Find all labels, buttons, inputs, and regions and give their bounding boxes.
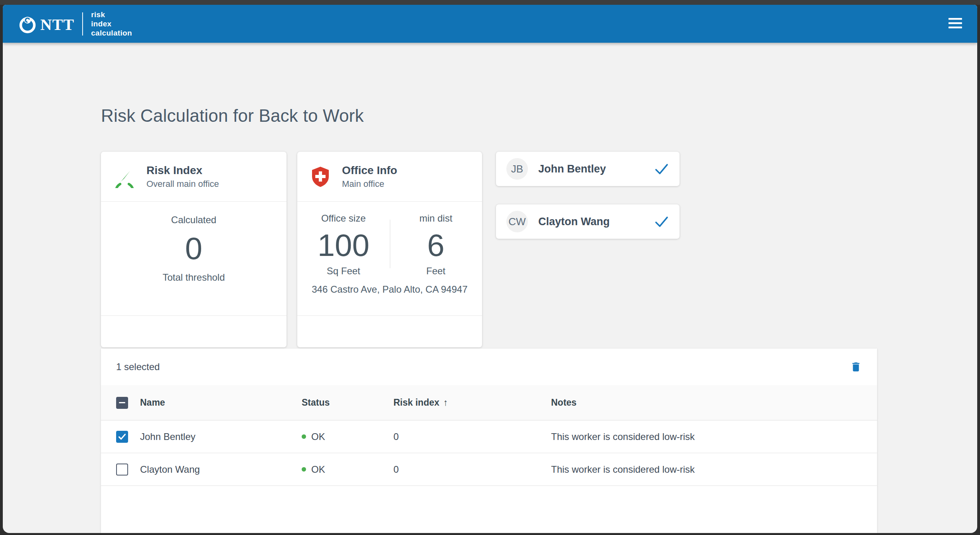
risk-index-card: Risk Index Overall main office Calculate…	[101, 152, 286, 347]
brand-name: NTT	[40, 15, 74, 34]
worker-chip-name: Clayton Wang	[538, 216, 610, 228]
min-dist-value: 6	[390, 230, 482, 261]
cell-status: OK	[302, 431, 393, 442]
row-checkbox-unchecked[interactable]	[116, 464, 128, 476]
select-all-checkbox[interactable]	[116, 397, 128, 409]
status-ok-dot	[302, 434, 306, 439]
cell-name: John Bentley	[140, 431, 302, 442]
avatar: JB	[506, 158, 528, 180]
column-header-status[interactable]: Status	[302, 397, 393, 408]
menu-button[interactable]	[948, 18, 962, 30]
office-size-label: Office size	[297, 213, 390, 224]
cell-risk-index: 0	[393, 464, 551, 475]
delete-selected-button[interactable]	[850, 361, 862, 373]
cell-status: OK	[302, 464, 393, 475]
office-size-value: 100	[297, 230, 390, 261]
risk-card-body: Calculated 0 Total threshold	[101, 202, 286, 316]
metric-divider	[390, 220, 390, 268]
page-content: Risk Calculation for Back to Work Risk I…	[3, 43, 977, 533]
brand-divider	[82, 12, 83, 36]
table-header-row: Name Status Risk index ↑ Notes	[101, 385, 877, 420]
shield-plus-icon	[309, 165, 332, 188]
threshold-label: Total threshold	[101, 272, 286, 283]
min-dist-metric: min dist 6 Feet	[390, 202, 482, 277]
office-address: 346 Castro Ave, Palo Alto, CA 94947	[297, 284, 482, 295]
checkbox-check-icon	[118, 433, 126, 440]
table-row[interactable]: Clayton Wang OK 0 This worker is conside…	[101, 453, 877, 486]
table-row[interactable]: John Bentley OK 0 This worker is conside…	[101, 420, 877, 453]
brand-logo: NTT risk index calculation	[18, 10, 132, 38]
product-name: risk index calculation	[91, 10, 132, 38]
hamburger-icon	[948, 18, 962, 28]
worker-chip-clayton-wang[interactable]: CW Clayton Wang	[496, 204, 680, 239]
check-icon	[654, 215, 669, 228]
min-dist-unit: Feet	[390, 266, 482, 277]
trash-icon	[850, 361, 862, 373]
min-dist-label: min dist	[390, 213, 482, 224]
status-ok-dot	[302, 467, 306, 472]
cell-notes: This worker is considered low-risk	[551, 464, 862, 475]
office-size-metric: Office size 100 Sq Feet	[297, 202, 390, 277]
cell-risk-index: 0	[393, 431, 551, 442]
check-icon	[654, 162, 669, 176]
office-card-subtitle: Main office	[342, 179, 397, 189]
avatar: CW	[506, 211, 528, 232]
selected-count: 1 selected	[116, 361, 160, 373]
cell-notes: This worker is considered low-risk	[551, 431, 862, 442]
risk-card-title: Risk Index	[146, 164, 219, 177]
window-top-frame	[0, 0, 980, 5]
table-toolbar: 1 selected	[101, 349, 877, 385]
worker-chip-john-bentley[interactable]: JB John Bentley	[496, 152, 680, 186]
column-header-notes[interactable]: Notes	[551, 397, 862, 408]
office-card-body: Office size 100 Sq Feet min dist 6 Feet …	[297, 202, 482, 316]
office-card-header: Office Info Main office	[297, 152, 482, 202]
risk-index-value: 0	[101, 233, 286, 264]
gauge-icon	[113, 165, 136, 188]
calculated-label: Calculated	[101, 214, 286, 226]
app-window: NTT risk index calculation Risk Calculat…	[3, 5, 977, 533]
column-header-risk-index[interactable]: Risk index ↑	[393, 397, 551, 408]
office-info-card: Office Info Main office Office size 100 …	[297, 152, 482, 347]
row-checkbox-checked[interactable]	[116, 431, 128, 443]
risk-card-subtitle: Overall main office	[146, 179, 219, 189]
sort-asc-icon: ↑	[443, 397, 448, 408]
risk-card-header: Risk Index Overall main office	[101, 152, 286, 202]
cell-name: Clayton Wang	[140, 464, 302, 475]
ntt-logo-icon	[18, 14, 37, 34]
column-header-name[interactable]: Name	[140, 397, 302, 408]
app-bar: NTT risk index calculation	[3, 5, 977, 43]
office-size-unit: Sq Feet	[297, 266, 390, 277]
page-title: Risk Calculation for Back to Work	[101, 106, 364, 126]
office-card-title: Office Info	[342, 164, 397, 177]
workers-table-panel: 1 selected Name Status Risk index ↑ Note…	[101, 349, 877, 533]
worker-chip-name: John Bentley	[538, 163, 606, 175]
